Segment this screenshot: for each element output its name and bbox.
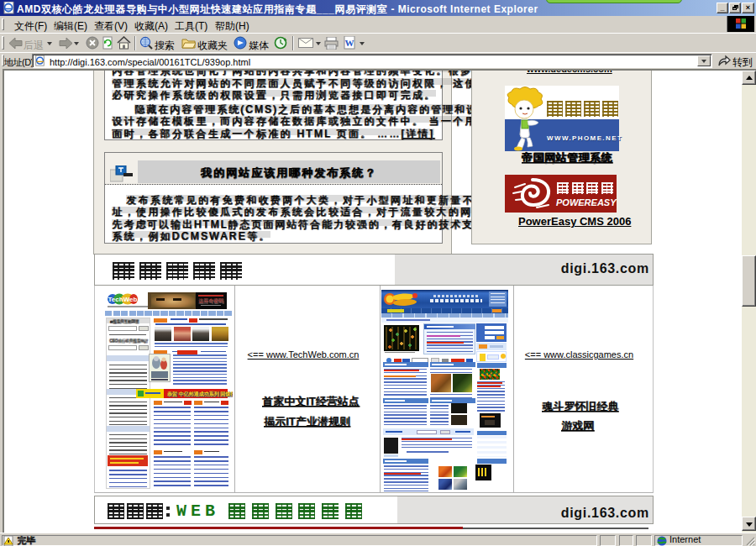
- svg-text:TechWeb: TechWeb: [108, 296, 138, 303]
- svg-text:W: W: [345, 38, 354, 48]
